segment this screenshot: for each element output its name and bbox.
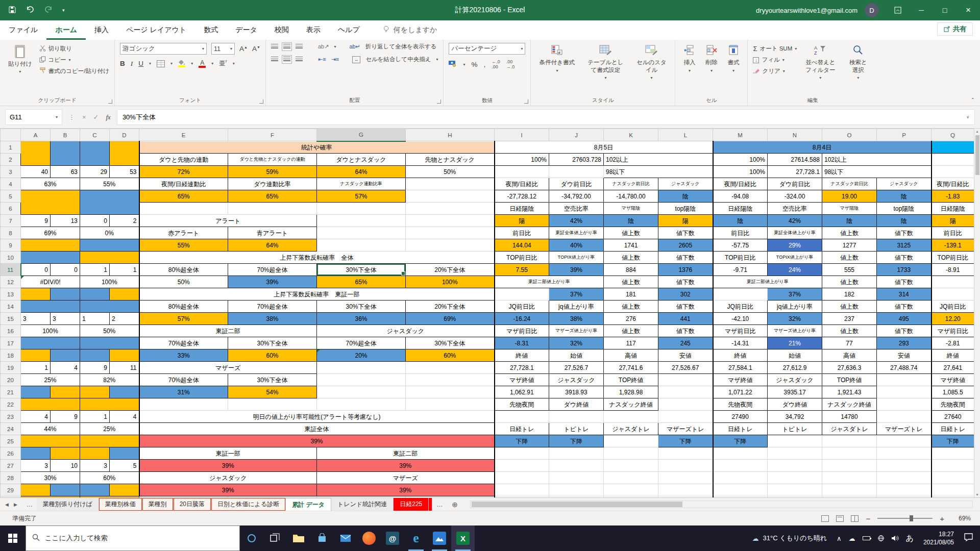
cell-L11[interactable]: 1376: [658, 264, 713, 276]
cell-A19[interactable]: 1: [21, 362, 51, 374]
cell-B21[interactable]: [51, 386, 80, 398]
cell-Q8[interactable]: 前日比: [932, 227, 974, 239]
cell-C16[interactable]: 50%: [80, 325, 139, 337]
cell-P13[interactable]: 314: [877, 288, 932, 300]
cell-K7[interactable]: 陰: [604, 215, 658, 227]
cell-C27[interactable]: 3: [80, 460, 110, 472]
cell-O20[interactable]: TOP終値: [822, 374, 877, 386]
cell-I7[interactable]: 陽: [495, 215, 549, 227]
cell-B15[interactable]: 3: [51, 313, 80, 325]
cell-P7[interactable]: 陰: [877, 215, 932, 227]
file-explorer-icon[interactable]: [287, 525, 310, 551]
cell-D26[interactable]: [110, 447, 139, 460]
cell-K20[interactable]: TOP終値: [604, 374, 658, 386]
ribbon-tab-数式[interactable]: 数式: [195, 20, 227, 40]
horizontal-scrollbar[interactable]: [470, 500, 973, 508]
cell-N22[interactable]: ダウ終値: [768, 398, 822, 411]
cell-H21[interactable]: [406, 386, 495, 398]
cell-C15[interactable]: 1: [80, 313, 110, 325]
cell-C30[interactable]: [80, 496, 139, 498]
cell-C21[interactable]: [80, 386, 110, 398]
cell-O7[interactable]: 陰: [822, 215, 877, 227]
cell-E21[interactable]: 31%: [139, 386, 228, 398]
cell-K17[interactable]: 117: [604, 337, 658, 349]
format-as-table-button[interactable]: テーブルとして書式設定 ▾: [582, 43, 629, 95]
cell-J4[interactable]: ダウ前日比: [549, 178, 604, 190]
row-header-1[interactable]: 1: [1, 141, 21, 154]
cell-A9[interactable]: [21, 239, 80, 252]
currency-icon[interactable]: [449, 61, 457, 68]
cell-D7[interactable]: 2: [110, 215, 139, 227]
cell-Q22[interactable]: 先物夜間: [932, 398, 974, 411]
cell-M24[interactable]: 日経トレ: [713, 423, 768, 435]
cell-E20[interactable]: 70%超全体: [139, 374, 228, 386]
merge-center-icon[interactable]: ↔: [352, 56, 360, 63]
cell-D27[interactable]: 5: [110, 460, 139, 472]
cell-M10[interactable]: TOP前日比: [713, 252, 768, 264]
cell-J16[interactable]: マザーズ値上がり率: [549, 325, 604, 337]
col-header-G[interactable]: G: [317, 129, 406, 141]
cell-C3[interactable]: 29: [80, 166, 110, 178]
increase-font-icon[interactable]: A▲: [239, 45, 248, 53]
cell-J3[interactable]: [549, 166, 604, 178]
cell-M14[interactable]: JQ前日比: [713, 300, 768, 313]
cell-E14[interactable]: 80%超全体: [139, 300, 228, 313]
undo-icon[interactable]: [26, 6, 35, 15]
cell-D3[interactable]: 53: [110, 166, 139, 178]
align-left-icon[interactable]: [271, 57, 278, 62]
cell-F15[interactable]: 38%: [228, 313, 317, 325]
cell-I1[interactable]: 8月5日: [495, 141, 713, 154]
align-bottom-icon[interactable]: [296, 44, 303, 49]
cell-O16[interactable]: 値上数: [822, 325, 877, 337]
cell-K23[interactable]: [604, 411, 658, 423]
cell-Q18[interactable]: 終値: [932, 349, 974, 362]
cell-J19[interactable]: 27,526.7: [549, 362, 604, 374]
horizontal-scroll-thumb[interactable]: [472, 502, 682, 507]
cell-O3[interactable]: 98以下: [822, 166, 932, 178]
cell-Q9[interactable]: -139.1: [932, 239, 974, 252]
cell-I8[interactable]: 前日比: [495, 227, 549, 239]
cell-E27[interactable]: 39%: [139, 460, 317, 472]
cell-P6[interactable]: top陽陰: [877, 203, 932, 215]
cell-B11[interactable]: 0: [51, 264, 80, 276]
cancel-icon[interactable]: ×: [82, 113, 86, 121]
cell-K26[interactable]: [604, 447, 658, 460]
cell-Q2[interactable]: [932, 154, 974, 166]
cell-A7[interactable]: 9: [21, 215, 51, 227]
tell-me-box[interactable]: 何をしますか: [383, 26, 437, 35]
cell-B1[interactable]: [51, 141, 80, 166]
cell-C14[interactable]: [80, 300, 139, 313]
cell-D23[interactable]: 4: [110, 411, 139, 423]
cell-M23[interactable]: 27490: [713, 411, 768, 423]
cell-H8[interactable]: [406, 227, 495, 239]
cell-F14[interactable]: 70%超全体: [228, 300, 317, 313]
cell-M7[interactable]: 陰: [713, 215, 768, 227]
row-header-17[interactable]: 17: [1, 337, 21, 349]
cell-L24[interactable]: マザーズトレ: [658, 423, 713, 435]
cell-I4[interactable]: 夜間/日経比: [495, 178, 549, 190]
cell-Q15[interactable]: 12.20: [932, 313, 974, 325]
cell-C28[interactable]: 60%: [80, 472, 139, 484]
cell-G26[interactable]: 東証二部: [317, 447, 495, 460]
cell-G21[interactable]: [317, 386, 406, 398]
cell-O8[interactable]: 値上数: [822, 227, 877, 239]
find-select-button[interactable]: 検索と選択 ▾: [844, 43, 872, 95]
cell-O13[interactable]: 182: [822, 288, 877, 300]
cell-P28[interactable]: [877, 472, 932, 484]
bold-button[interactable]: B: [120, 60, 125, 67]
cell-A15[interactable]: 3: [21, 313, 51, 325]
cell-Q30[interactable]: [932, 496, 974, 498]
cell-G27[interactable]: 39%: [317, 460, 495, 472]
ime-indicator[interactable]: あ: [902, 534, 917, 543]
phonetic-guide-button[interactable]: 亜ｱ: [219, 59, 227, 68]
clock[interactable]: 18:27 2021/08/05: [917, 530, 960, 546]
cell-N4[interactable]: ダウ前日比: [768, 178, 822, 190]
cell-K24[interactable]: ジャスダトレ: [604, 423, 658, 435]
cell-Q16[interactable]: マザ前日比: [932, 325, 974, 337]
row-header-3[interactable]: 3: [1, 166, 21, 178]
cell-I30[interactable]: [495, 496, 549, 498]
cell-E10[interactable]: 上昇下落数反転確率 全体: [139, 252, 495, 264]
cell-P16[interactable]: 値下数: [877, 325, 932, 337]
cell-H3[interactable]: 50%: [406, 166, 495, 178]
row-header-14[interactable]: 14: [1, 300, 21, 313]
